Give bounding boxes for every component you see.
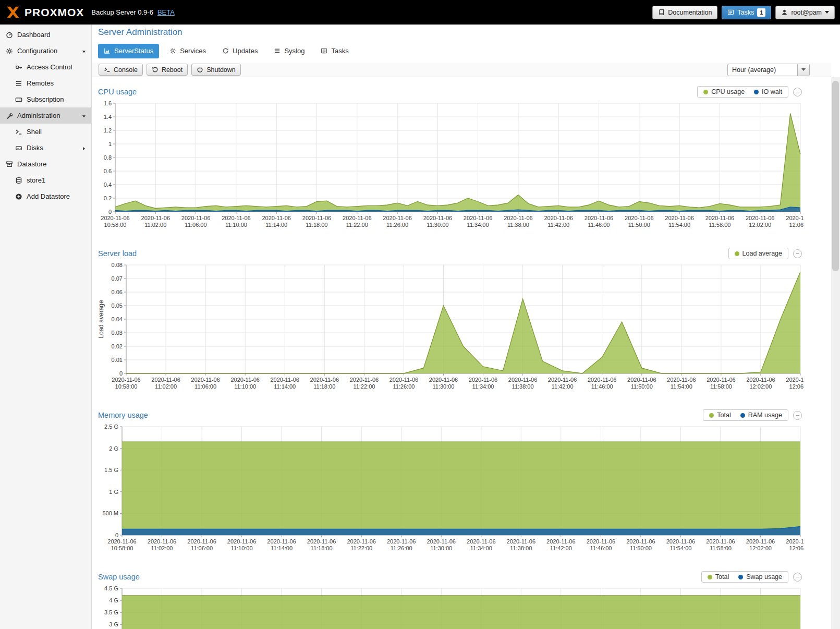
expander[interactable]: [81, 144, 87, 152]
legend-item-swap-usage: Swap usage: [738, 573, 782, 580]
svg-text:2020-11-0612:02:00: 2020-11-0612:02:00: [746, 538, 775, 551]
svg-text:2020-11-0612:02:00: 2020-11-0612:02:00: [746, 377, 775, 390]
user-icon: [781, 9, 788, 16]
svg-text:2020-11-0611:46:00: 2020-11-0611:46:00: [587, 538, 615, 551]
legend-item-total: Total: [709, 412, 731, 419]
svg-text:2020-11-0611:38:00: 2020-11-0611:38:00: [508, 377, 537, 390]
caret-right-icon: [81, 146, 87, 151]
tab-tasks[interactable]: Tasks: [315, 44, 354, 58]
tab-updates[interactable]: Updates: [216, 44, 263, 58]
tab-services[interactable]: Services: [164, 44, 212, 58]
expander[interactable]: [81, 47, 87, 55]
svg-text:0.01: 0.01: [112, 357, 123, 363]
brand-text: PROXMOX: [25, 6, 84, 19]
svg-text:2020-11-0611:18:00: 2020-11-0611:18:00: [307, 538, 336, 551]
svg-text:0.4: 0.4: [104, 182, 112, 188]
svg-text:2020-11-0612:06:00: 2020-11-0612:06:00: [786, 215, 804, 228]
legend-label: Total: [717, 412, 731, 419]
sidebar-item-label: Configuration: [17, 47, 57, 55]
svg-text:2020-11-0611:10:00: 2020-11-0611:10:00: [227, 538, 256, 551]
svg-text:2020-11-0611:06:00: 2020-11-0611:06:00: [191, 377, 220, 390]
collapse-panel-icon[interactable]: −: [793, 249, 802, 258]
legend-item-load-average: Load average: [735, 250, 782, 257]
gears-icon: [169, 47, 176, 54]
sidebar-item-label: Subscription: [27, 95, 64, 103]
expander[interactable]: [81, 112, 87, 119]
legend-item-total: Total: [708, 573, 729, 580]
svg-text:2020-11-0611:58:00: 2020-11-0611:58:00: [705, 215, 734, 228]
shutdown-button[interactable]: Shutdown: [191, 64, 241, 76]
svg-text:2020-11-0611:26:00: 2020-11-0611:26:00: [387, 538, 416, 551]
scrollbar[interactable]: [831, 77, 840, 629]
sidebar-item-remotes[interactable]: Remotes: [0, 75, 91, 91]
sidebar-item-administration[interactable]: Administration: [0, 107, 91, 124]
svg-text:2020-11-0611:02:00: 2020-11-0611:02:00: [141, 215, 170, 228]
sidebar-item-label: Datastore: [17, 160, 46, 168]
timeframe-value: Hour (average): [728, 66, 797, 74]
collapse-panel-icon[interactable]: −: [793, 573, 802, 582]
tab-label: Services: [180, 47, 206, 55]
legend-item-ram-usage: RAM usage: [740, 412, 782, 419]
panel-title: Server load: [98, 249, 728, 258]
collapse-panel-icon[interactable]: −: [793, 411, 802, 420]
sidebar-item-datastore[interactable]: Datastore: [0, 156, 91, 172]
panels: CPU usageCPU usageIO wait−2020-11-0610:5…: [92, 83, 831, 629]
sidebar-item-shell[interactable]: Shell: [0, 124, 91, 140]
svg-text:2020-11-0611:10:00: 2020-11-0611:10:00: [222, 215, 250, 228]
chart-legend: TotalSwap usage: [701, 571, 788, 583]
scrollbar-thumb[interactable]: [832, 81, 839, 271]
tab-serverstatus[interactable]: ServerStatus: [98, 44, 159, 58]
legend-dot: [735, 251, 739, 256]
sidebar-item-label: Access Control: [27, 63, 72, 71]
svg-text:4 G: 4 G: [109, 597, 118, 603]
sidebar-item-access-control[interactable]: Access Control: [0, 59, 91, 75]
plus-circle-icon: [15, 193, 22, 200]
sidebar-item-disks[interactable]: Disks: [0, 140, 91, 156]
svg-text:0.03: 0.03: [112, 330, 123, 336]
svg-text:0.07: 0.07: [112, 275, 123, 282]
tab-syslog[interactable]: Syslog: [268, 44, 310, 58]
svg-text:0.04: 0.04: [112, 316, 123, 322]
panel-swap-usage: Swap usageTotalSwap usage−2020-11-0610:5…: [95, 568, 805, 629]
console-button[interactable]: Console: [99, 64, 143, 76]
svg-text:2.5 G: 2.5 G: [104, 424, 118, 430]
content: CPU usageCPU usageIO wait−2020-11-0610:5…: [92, 77, 831, 629]
svg-text:4.5 G: 4.5 G: [104, 585, 118, 591]
sidebar-item-store1[interactable]: store1: [0, 172, 91, 188]
svg-text:3.5 G: 3.5 G: [104, 609, 118, 615]
svg-text:2020-11-0611:34:00: 2020-11-0611:34:00: [464, 215, 492, 228]
svg-text:1: 1: [108, 141, 112, 147]
panel-memory-usage: Memory usageTotalRAM usage−2020-11-0610:…: [95, 407, 805, 560]
svg-text:2020-11-0611:30:00: 2020-11-0611:30:00: [427, 538, 455, 551]
svg-text:2020-11-0611:42:00: 2020-11-0611:42:00: [548, 377, 577, 390]
terminal-icon: [104, 66, 111, 73]
svg-text:2020-11-0612:06:00: 2020-11-0612:06:00: [786, 377, 804, 390]
svg-text:2020-11-0611:50:00: 2020-11-0611:50:00: [625, 215, 653, 228]
tasks-badge: 1: [757, 8, 765, 17]
sidebar-item-add-datastore[interactable]: Add Datastore: [0, 188, 91, 204]
reboot-button[interactable]: Reboot: [147, 64, 188, 76]
timeframe-trigger[interactable]: [797, 64, 809, 76]
sidebar-item-subscription[interactable]: Subscription: [0, 91, 91, 107]
legend-dot: [738, 575, 743, 579]
tasks-button[interactable]: Tasks 1: [722, 6, 771, 19]
svg-text:2020-11-0611:34:00: 2020-11-0611:34:00: [469, 377, 497, 390]
svg-text:2020-11-0611:58:00: 2020-11-0611:58:00: [706, 538, 735, 551]
sidebar: DashboardConfigurationAccess ControlRemo…: [0, 25, 92, 629]
sidebar-item-dashboard[interactable]: Dashboard: [0, 27, 91, 43]
timeframe-select[interactable]: Hour (average): [727, 64, 810, 76]
svg-text:2020-11-0611:14:00: 2020-11-0611:14:00: [270, 377, 299, 390]
svg-text:2020-11-0611:38:00: 2020-11-0611:38:00: [507, 538, 535, 551]
svg-text:2020-11-0611:42:00: 2020-11-0611:42:00: [544, 215, 573, 228]
legend-label: Load average: [742, 250, 782, 257]
sidebar-item-label: Remotes: [27, 79, 54, 87]
svg-text:2020-11-0611:42:00: 2020-11-0611:42:00: [546, 538, 575, 551]
collapse-panel-icon[interactable]: −: [793, 88, 802, 96]
sidebar-item-configuration[interactable]: Configuration: [0, 43, 91, 59]
svg-text:2020-11-0612:06:00: 2020-11-0612:06:00: [786, 538, 804, 551]
documentation-button[interactable]: Documentation: [652, 6, 717, 19]
beta-link[interactable]: BETA: [157, 8, 175, 16]
svg-text:2020-11-0611:22:00: 2020-11-0611:22:00: [347, 538, 375, 551]
ticket-icon: [15, 96, 22, 103]
user-menu-button[interactable]: root@pam: [775, 6, 835, 19]
